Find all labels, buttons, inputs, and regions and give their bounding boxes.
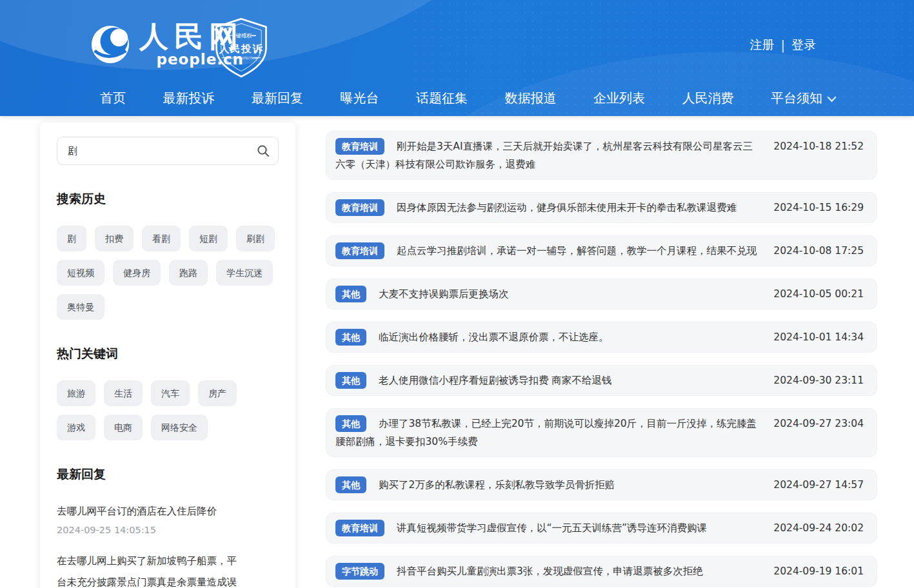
register-link[interactable]: 注册: [750, 37, 775, 54]
history-tag[interactable]: 健身房: [113, 260, 161, 286]
reply-text: 去哪儿网平台订的酒店在入住后降价: [57, 501, 244, 522]
category-badge: 教育培训: [335, 138, 384, 155]
svg-text:RIGHTS PROTECTION: RIGHTS PROTECTION: [225, 57, 258, 60]
complaint-text: 购买了2万多的私教课程，乐刻私教导致学员骨折拒赔: [379, 479, 615, 491]
people-cn-globe-icon: [90, 24, 130, 64]
main-nav: 首页 最新投诉 最新回复 曝光台 话题征集: [100, 80, 837, 116]
complaint-time: 2024-09-19 16:01: [773, 562, 864, 580]
category-badge: 其他: [335, 372, 366, 389]
search-input[interactable]: [57, 137, 279, 165]
category-badge: 其他: [335, 415, 366, 432]
nav-item-label: 最新投诉: [163, 90, 215, 107]
chevron-down-icon: [827, 96, 837, 103]
svg-text:一键维权: 一键维权: [230, 32, 252, 39]
nav-item-label: 平台须知: [771, 90, 822, 107]
complaint-text: 因身体原因无法参与剧烈运动，健身俱乐部未使用未开卡的拳击私教课退费难: [397, 202, 737, 213]
complaint-row[interactable]: 2024-09-27 23:04 其他 办理了38节私教课，已经上完20节，前期…: [326, 408, 877, 457]
hot-keyword-tag[interactable]: 网络安全: [151, 415, 208, 440]
history-tag[interactable]: 短视频: [57, 260, 104, 286]
complaint-time: 2024-10-15 16:29: [773, 199, 864, 217]
category-badge: 其他: [335, 476, 366, 493]
history-tag[interactable]: 扣费: [95, 226, 134, 251]
nav-item[interactable]: 话题征集: [416, 90, 468, 107]
complaint-time: 2024-10-08 17:25: [773, 242, 864, 260]
search-icon[interactable]: [257, 144, 270, 157]
category-badge: 其他: [335, 329, 366, 346]
search-history-tags: 剧 扣费 看剧 短剧 刷剧 短视频 健身房 跑路 学生沉迷 奥特曼: [57, 226, 279, 320]
svg-text:人民投诉: 人民投诉: [219, 43, 264, 55]
complaint-platform-shield-badge: 一键维权 人民投诉 RIGHTS PROTECTION: [208, 17, 275, 79]
hot-keywords-title: 热门关键词: [57, 346, 279, 362]
hot-keyword-tag[interactable]: 生活: [104, 380, 143, 406]
complaint-row[interactable]: 2024-09-24 20:02 教育培训 讲真短视频带货学习虚假宣传，以“一元…: [326, 513, 877, 544]
category-badge: 其他: [335, 286, 366, 302]
nav-item-label: 最新回复: [252, 90, 303, 107]
sidebar: 搜索历史 剧 扣费 看剧 短剧 刷剧 短视频 健身房 跑路 学生沉迷 奥特曼 热…: [40, 122, 295, 588]
history-tag[interactable]: 短剧: [189, 226, 228, 251]
nav-item-label: 首页: [100, 90, 126, 107]
complaint-row[interactable]: 2024-09-19 16:01 字节跳动 抖音平台购买儿童剧演出票3张，发现虚…: [326, 556, 877, 587]
hot-keyword-tag[interactable]: 旅游: [57, 380, 95, 406]
reply-text: 在去哪儿网上购买了新加坡鸭子船票，平台未充分披露景点门票真是余票量造成误购后不退…: [57, 551, 244, 588]
category-badge: 教育培训: [335, 520, 384, 536]
history-tag[interactable]: 剧: [57, 226, 86, 251]
nav-item[interactable]: 首页: [100, 90, 126, 107]
history-tag[interactable]: 跑路: [169, 260, 208, 286]
latest-replies-list: 去哪儿网平台订的酒店在入住后降价 2024-09-25 14:05:15 在去哪…: [57, 501, 279, 588]
nav-item-label: 人民消费: [682, 90, 734, 107]
nav-item-label: 曝光台: [341, 90, 379, 107]
nav-item[interactable]: 企业列表: [593, 90, 645, 107]
category-badge: 教育培训: [335, 199, 384, 216]
complaint-time: 2024-09-24 20:02: [773, 519, 864, 537]
complaint-list: 2024-10-18 21:52 教育培训 刚开始是3天AI直播课，三天后就开始…: [326, 131, 877, 588]
complaint-row[interactable]: 2024-10-18 21:52 教育培训 刚开始是3天AI直播课，三天后就开始…: [326, 131, 877, 180]
history-tag[interactable]: 刷剧: [236, 226, 275, 251]
complaint-row[interactable]: 2024-09-30 23:11 其他 老人使用微信小程序看短剧被诱导扣费 商家…: [326, 365, 877, 396]
nav-item[interactable]: 数据报道: [505, 90, 557, 107]
complaint-text: 老人使用微信小程序看短剧被诱导扣费 商家不给退钱: [379, 375, 611, 386]
complaint-row[interactable]: 2024-10-05 00:21 其他 大麦不支持误购票后更换场次: [326, 279, 877, 309]
reply-item[interactable]: 在去哪儿网上购买了新加坡鸭子船票，平台未充分披露景点门票真是余票量造成误购后不退…: [57, 551, 279, 588]
history-tag[interactable]: 奥特曼: [57, 294, 104, 320]
complaint-text: 大麦不支持误购票后更换场次: [379, 288, 509, 300]
nav-item[interactable]: 最新回复: [252, 90, 303, 107]
hot-keyword-tag[interactable]: 房产: [198, 380, 237, 406]
complaint-time: 2024-10-05 00:21: [773, 285, 864, 303]
hot-keyword-tags: 旅游 生活 汽车 房产 游戏 电商 网络安全: [57, 380, 279, 440]
complaint-text: 起点云学习推剧培训，承诺一对一辅导，解答问题，教学一个月课程，结果不兑现: [397, 245, 757, 257]
complaint-time: 2024-10-01 14:34: [773, 328, 864, 346]
complaint-time: 2024-09-27 23:04: [773, 415, 864, 433]
latest-replies-title: 最新回复: [57, 466, 279, 483]
auth-links: 注册 | 登录: [750, 37, 816, 54]
nav-item-label: 企业列表: [593, 90, 645, 107]
auth-separator: |: [781, 38, 785, 52]
reply-item[interactable]: 去哪儿网平台订的酒店在入住后降价 2024-09-25 14:05:15: [57, 501, 279, 535]
complaint-text: 讲真短视频带货学习虚假宣传，以“一元五天训练营”诱导连环消费购课: [397, 522, 707, 534]
hot-keyword-tag[interactable]: 汽车: [151, 380, 190, 406]
history-tag[interactable]: 学生沉迷: [216, 260, 273, 286]
complaint-text: 办理了38节私教课，已经上完20节，前期说可以瘦掉20斤，目前一斤没掉，练完膝盖…: [335, 418, 757, 447]
search-history-title: 搜索历史: [57, 191, 279, 208]
complaint-row[interactable]: 2024-10-15 16:29 教育培训 因身体原因无法参与剧烈运动，健身俱乐…: [326, 192, 877, 223]
hot-keyword-tag[interactable]: 游戏: [57, 415, 95, 440]
complaint-text: 临近演出价格腰斩，没出票不退原价票，不让选座。: [379, 331, 609, 343]
complaint-row[interactable]: 2024-10-08 17:25 教育培训 起点云学习推剧培训，承诺一对一辅导，…: [326, 235, 877, 266]
complaint-text: 刚开始是3天AI直播课，三天后就开始卖课了，杭州星客云科技有限公司星客云三六零（…: [335, 141, 753, 170]
header: 人民网 people.cn 一键维权 人民投诉 RIGHTS PROTECTIO…: [0, 0, 914, 116]
complaint-time: 2024-09-30 23:11: [773, 371, 864, 389]
nav-item[interactable]: 最新投诉: [163, 90, 215, 107]
nav-item[interactable]: 人民消费: [682, 90, 734, 107]
complaint-text: 抖音平台购买儿童剧演出票3张，发现虚假宣传，申请退票被多次拒绝: [397, 565, 703, 577]
reply-time: 2024-09-25 14:05:15: [57, 525, 279, 535]
history-tag[interactable]: 看剧: [142, 226, 181, 251]
search-box: [57, 137, 279, 165]
nav-item[interactable]: 曝光台: [341, 90, 379, 107]
category-badge: 教育培训: [335, 242, 384, 259]
complaint-row[interactable]: 2024-10-01 14:34 其他 临近演出价格腰斩，没出票不退原价票，不让…: [326, 322, 877, 353]
complaint-time: 2024-09-27 14:57: [773, 476, 864, 494]
hot-keyword-tag[interactable]: 电商: [104, 415, 143, 440]
nav-item[interactable]: 平台须知: [771, 90, 837, 107]
complaint-row[interactable]: 2024-09-27 14:57 其他 购买了2万多的私教课程，乐刻私教导致学员…: [326, 469, 877, 500]
nav-item-label: 数据报道: [505, 90, 557, 107]
login-link[interactable]: 登录: [791, 37, 816, 54]
